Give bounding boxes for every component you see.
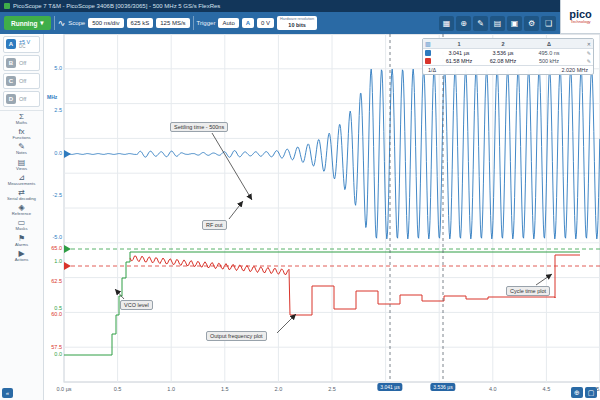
brand-tagline: Technology xyxy=(570,20,590,24)
time-ruler-1-badge[interactable]: 3.041 µs xyxy=(377,383,402,391)
channel-badge: D xyxy=(6,94,16,104)
ruler-col-delta: Δ xyxy=(525,41,573,47)
ruler-panel-header: ▥ 1 2 Δ ✕ xyxy=(423,39,593,49)
scope-canvas[interactable] xyxy=(44,34,600,400)
channel-coupling: DC xyxy=(19,45,30,50)
x-axis-label: 2.5 xyxy=(328,386,336,392)
annotation-cycle-time-plot[interactable]: Cycle time plot xyxy=(506,286,550,296)
titlebar: PicoScope 7 T&M - PicoScope 3406B [0036/… xyxy=(0,0,600,12)
notes-icon[interactable]: ✎ xyxy=(473,16,488,31)
x-axis-label: 0.5 xyxy=(114,386,122,392)
tool-label: Masks xyxy=(15,227,27,231)
annotation-settling-time-500ns[interactable]: Settling time - 500ns xyxy=(170,122,228,132)
scope-icon: ∿ xyxy=(58,19,66,28)
ruler-measurements-panel[interactable]: ▥ 1 2 Δ ✕ 3.041 µs3.536 µs495.0 ns✎61.58… xyxy=(422,38,594,75)
ruler-color-swatch xyxy=(425,50,431,56)
open-file-icon[interactable]: ▤ xyxy=(490,16,505,31)
ruler-panel-footer: 1/Δ 2.020 MHz xyxy=(423,65,593,74)
settings-icon[interactable]: ⚙ xyxy=(524,16,539,31)
main-toolbar: Running ▾ ∿ Scope 500 ns/div 625 kS 125 … xyxy=(0,12,560,34)
x-axis-label: 4.0 xyxy=(489,386,497,392)
save-icon[interactable]: ▣ xyxy=(507,16,522,31)
toolbar-icon-group: ▦⊕✎▤▣⚙❏ xyxy=(439,16,556,31)
channel-C-control[interactable]: COff xyxy=(3,73,40,89)
rulers-icon: ▥ xyxy=(425,40,437,47)
tool-label: Notes xyxy=(16,151,27,155)
toolbar-divider xyxy=(54,16,55,30)
tool-label: Reference xyxy=(12,212,31,216)
ruler-value-2: 62.08 MHz xyxy=(481,58,525,64)
timebase-control[interactable]: 500 ns/div xyxy=(88,18,123,28)
ruler-value-2: 3.536 µs xyxy=(481,50,525,56)
tool-label: Serial decoding xyxy=(7,197,36,201)
red-y-axis-label: 57.5 xyxy=(45,345,62,351)
channel-A-control[interactable]: A±5 VDC xyxy=(3,36,40,53)
app-icon xyxy=(4,3,10,9)
sidebar-item-masks[interactable]: ▭Masks xyxy=(0,217,43,232)
instruments-icon[interactable]: ▦ xyxy=(439,16,454,31)
tool-label: Views xyxy=(16,167,27,171)
sidebar-item-alarms[interactable]: ⚑Alarms xyxy=(0,233,43,248)
trigger-level-control[interactable]: 0 V xyxy=(257,18,274,28)
fullscreen-icon[interactable]: ❏ xyxy=(541,16,556,31)
sidebar-item-reference[interactable]: ◈Reference xyxy=(0,202,43,217)
sidebar: A±5 VDCBOffCOffDOff ΣMathsfxFunctions✎No… xyxy=(0,34,44,400)
zoom-overview-icon[interactable]: ▢ xyxy=(585,387,597,398)
zoom-in-icon[interactable]: ⊕ xyxy=(571,387,583,398)
resolution-value: 10 bits xyxy=(288,22,305,29)
inverse-delta-label: 1/Δ xyxy=(428,67,436,73)
samples-control[interactable]: 625 kS xyxy=(127,18,154,28)
sidebar-item-actions[interactable]: ▶Actions xyxy=(0,248,43,263)
sidebar-item-views[interactable]: ▤Views xyxy=(0,157,43,172)
blue-y-axis-label: 2.5 xyxy=(45,108,62,114)
edit-icon[interactable]: ✎ xyxy=(587,50,591,56)
zoom-mode-icon[interactable]: ⊕ xyxy=(456,16,471,31)
sidebar-item-maths[interactable]: ΣMaths xyxy=(0,111,43,126)
annotation-vco-level[interactable]: VCO level xyxy=(120,300,153,310)
red-y-axis-label: 62.5 xyxy=(45,279,62,285)
sidebar-item-measurements[interactable]: ⊿Measurements xyxy=(0,172,43,187)
sidebar-collapse-button[interactable]: « xyxy=(2,388,13,398)
red-y-axis-label: 60.0 xyxy=(45,312,62,318)
channel-badge: C xyxy=(6,76,16,86)
ruler-col-1: 1 xyxy=(437,41,481,47)
sidebar-item-functions[interactable]: fxFunctions xyxy=(0,126,43,141)
tool-label: Alarms xyxy=(15,243,28,247)
blue-y-axis-label: 0.0 xyxy=(45,151,62,157)
annotation-rf-out[interactable]: RF out xyxy=(202,220,227,230)
x-axis-label: 2.0 xyxy=(275,386,283,392)
sidebar-item-serial-decoding[interactable]: ⇄Serial decoding xyxy=(0,187,43,202)
edit-icon[interactable]: ✎ xyxy=(587,58,591,64)
waveform-plot[interactable]: 5.02.50.0-2.5-5.065.062.560.057.51.00.50… xyxy=(44,34,600,400)
chevron-down-icon: ▾ xyxy=(40,19,43,27)
channel-D-control[interactable]: DOff xyxy=(3,91,40,107)
tool-label: Functions xyxy=(12,136,30,140)
sidebar-item-notes[interactable]: ✎Notes xyxy=(0,141,43,156)
picoscope-window: PicoScope 7 T&M - PicoScope 3406B [0036/… xyxy=(0,0,600,400)
annotation-output-frequency-plot[interactable]: Output frequency plot xyxy=(206,331,267,341)
resolution-control[interactable]: Hardware resolution 10 bits xyxy=(277,16,317,29)
time-ruler-2-badge[interactable]: 3.536 µs xyxy=(430,383,455,391)
trigger-mode-control[interactable]: Auto xyxy=(218,18,238,28)
channel-B-control[interactable]: BOff xyxy=(3,55,40,71)
close-icon[interactable]: ✕ xyxy=(587,41,591,47)
red-y-axis-label: 65.0 xyxy=(45,246,62,252)
ruler-delta: 500 kHz xyxy=(525,58,573,64)
trigger-label: Trigger xyxy=(197,20,216,26)
channel-controls: A±5 VDCBOffCOffDOff xyxy=(0,36,43,107)
toolbar-divider xyxy=(193,16,194,30)
running-button[interactable]: Running ▾ xyxy=(4,16,51,30)
scope-label: Scope xyxy=(68,20,85,26)
inverse-delta-value: 2.020 MHz xyxy=(561,67,588,73)
ruler-delta: 495.0 ns xyxy=(525,50,573,56)
x-axis-label: 4.5 xyxy=(543,386,551,392)
channel-range: Off xyxy=(19,78,26,84)
pico-logo: pico Technology xyxy=(560,0,600,34)
tool-label: Maths xyxy=(16,121,27,125)
ruler-value-1: 61.58 MHz xyxy=(437,58,481,64)
trigger-source-control[interactable]: A xyxy=(242,18,254,28)
green-y-axis-label: 1.0 xyxy=(45,259,62,265)
blue-y-axis-label: -5.0 xyxy=(45,235,62,241)
channel-range: Off xyxy=(19,60,26,66)
sample-rate-control[interactable]: 125 MS/s xyxy=(156,18,189,28)
